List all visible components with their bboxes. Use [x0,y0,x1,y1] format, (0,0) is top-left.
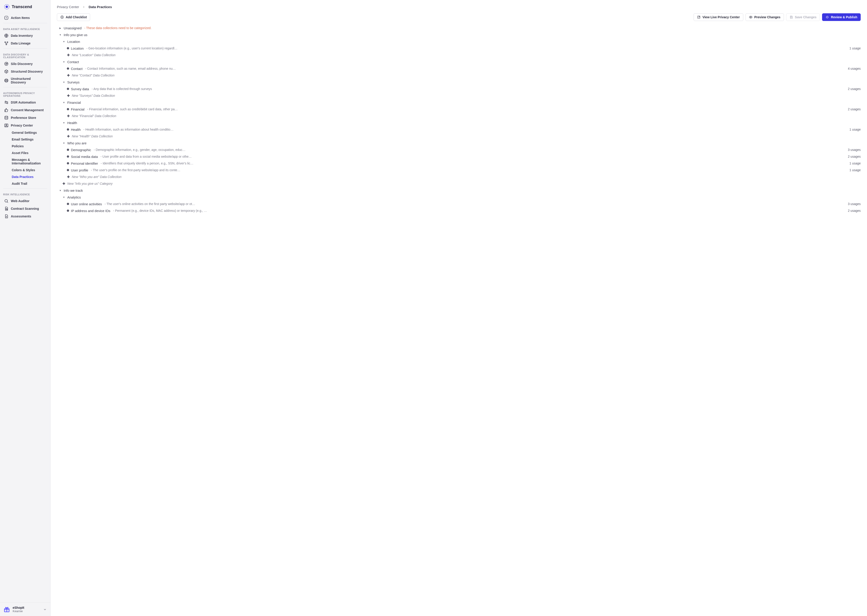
tree-row-info-give[interactable]: ▼ Info you give us [57,31,861,38]
nav-web-auditor[interactable]: Web Auditor [1,197,49,205]
tree-group-analytics[interactable]: ▼ Analytics [57,194,861,201]
view-live-button[interactable]: View Live Privacy Center [694,13,743,21]
tree-group-location[interactable]: ▼ Location [57,38,861,45]
globe-icon [4,33,9,38]
tree-row-info-track[interactable]: ▼ Info we track [57,187,861,194]
plus-icon[interactable]: ✚ [67,74,70,77]
tree-item[interactable]: User online activities - The user's onli… [57,201,861,207]
tree-item[interactable]: Health - Health Information, such as inf… [57,126,861,133]
svg-point-20 [750,17,751,17]
cube-icon [4,69,9,74]
tree-item[interactable]: Location - Geo-location information (e.g… [57,45,861,52]
search-doc-icon [4,199,9,203]
usage-count: 1 usage [850,162,861,165]
breadcrumb-parent[interactable]: Privacy Center [57,5,79,9]
tree-group-who-you-are[interactable]: ▼ Who you are [57,140,861,146]
plus-icon[interactable]: ✚ [67,94,70,97]
caret-right-icon[interactable]: ▶ [59,27,62,29]
tree-new-collection[interactable]: ✚ New "Who you are" Data Collection [57,173,861,180]
subnav-policies[interactable]: Policies [1,143,49,149]
tree-new-collection[interactable]: ✚ New "Location" Data Collection [57,52,861,58]
subnav-data-practices[interactable]: Data Practices [1,173,49,180]
tree-group-surveys[interactable]: ▼ Surveys [57,79,861,85]
nav-data-lineage[interactable]: Data Lineage [1,39,49,47]
tree-item[interactable]: Financial - Financial information, such … [57,106,861,113]
nav-consent-management[interactable]: Consent Management [1,106,49,114]
bullet-icon [67,47,69,49]
usage-count: 2 usages [848,87,861,91]
subnav-general-settings[interactable]: General Settings [1,129,49,136]
thumbs-up-icon [4,108,9,112]
subnav-audit-trail[interactable]: Audit Trail [1,180,49,187]
caret-down-icon[interactable]: ▼ [62,142,65,145]
subnav-asset-files[interactable]: Asset Files [1,149,49,156]
caret-down-icon[interactable]: ▼ [59,34,62,36]
nav-action-items[interactable]: Action Items [1,14,49,22]
preview-changes-button[interactable]: Preview Changes [746,13,784,21]
nav-dsr-automation[interactable]: DSR Automation [1,99,49,106]
nav-unstructured-discovery[interactable]: Unstructured Discovery [1,75,49,86]
add-checklist-button[interactable]: Add Checklist [57,13,90,21]
bullet-icon [67,169,69,171]
nav-contract-scanning[interactable]: Contract Scanning [1,205,49,212]
nav-privacy-center[interactable]: Privacy Center [1,122,49,129]
nav-preference-store[interactable]: Preference Store [1,114,49,122]
bullet-icon [67,88,69,90]
tree-item[interactable]: Social media data - User profile and dat… [57,153,861,160]
caret-down-icon[interactable]: ▼ [59,189,62,192]
tree-item[interactable]: Personal identifier - Identifiers that u… [57,160,861,167]
account-switcher[interactable]: eShopIt Kearnie [0,602,50,616]
caret-down-icon[interactable]: ▼ [62,81,65,83]
sparkle-icon [826,15,829,19]
caret-down-icon[interactable]: ▼ [62,101,65,104]
usage-count: 3 usages [848,148,861,152]
plus-icon[interactable]: ✚ [67,114,70,118]
review-publish-button[interactable]: Review & Publish [822,13,861,21]
nodes-icon [4,41,9,46]
subnav-messages-i18n[interactable]: Messages & Internationalization [1,156,49,167]
nav-structured-discovery[interactable]: Structured Discovery [1,68,49,75]
bullet-icon [67,209,69,212]
tree-new-collection[interactable]: ✚ New "Health" Data Collection [57,133,861,140]
tree-item[interactable]: User profile - The user's profile on the… [57,167,861,173]
plus-icon[interactable]: ✚ [67,134,70,138]
chevron-right-icon [82,5,85,9]
tree-item[interactable]: IP address and device IDs - Permanent (e… [57,207,861,214]
tree-item[interactable]: Demographic - Demographic Information, e… [57,146,861,153]
bullet-icon [67,203,69,205]
caret-down-icon[interactable]: ▼ [62,122,65,124]
breadcrumb: Privacy Center Data Practices [50,0,867,11]
usage-count: 1 usage [850,168,861,172]
radar-icon [4,61,9,66]
plus-icon[interactable]: ✚ [62,182,65,185]
bullet-icon [67,149,69,151]
nav-data-inventory[interactable]: Data Inventory [1,32,49,39]
plus-icon[interactable]: ✚ [67,175,70,179]
tree-group-financial[interactable]: ▼ Financial [57,99,861,106]
tree-item[interactable]: Contact - Contact Information, such as n… [57,65,861,72]
tree-row-unassigned[interactable]: ▶ Unassigned - These data collections ne… [57,25,861,31]
section-label-apo: AUTONOMOUS PRIVACY OPERATIONS [0,89,50,99]
caret-down-icon[interactable]: ▼ [62,61,65,63]
caret-down-icon[interactable]: ▼ [62,196,65,198]
brand-logo[interactable]: Transcend [0,3,50,14]
tree-new-collection[interactable]: ✚ New "Surveys" Data Collection [57,92,861,99]
tree-group-contact[interactable]: ▼ Contact [57,58,861,65]
tree-group-health[interactable]: ▼ Health [57,119,861,126]
usage-count: 2 usages [848,107,861,111]
automation-icon [4,100,9,105]
subnav-colors-styles[interactable]: Colors & Styles [1,167,49,173]
tree-new-collection[interactable]: ✚ New "Financial" Data Collection [57,113,861,119]
svg-point-11 [7,103,8,104]
tree-item[interactable]: Survey data - Any data that is collected… [57,85,861,92]
tree-new-collection[interactable]: ✚ New "Contact" Data Collection [57,72,861,79]
tree-new-category[interactable]: ✚ New "Info you give us" Category [57,180,861,187]
brand-name: Transcend [12,5,32,9]
caret-down-icon[interactable]: ▼ [62,40,65,43]
subnav-email-settings[interactable]: Email Settings [1,136,49,143]
plus-icon[interactable]: ✚ [67,53,70,57]
breadcrumb-current: Data Practices [88,5,112,9]
nav-silo-discovery[interactable]: Silo Discovery [1,60,49,68]
nav-assessments[interactable]: Assessments [1,212,49,220]
chevron-down-icon [43,608,47,611]
